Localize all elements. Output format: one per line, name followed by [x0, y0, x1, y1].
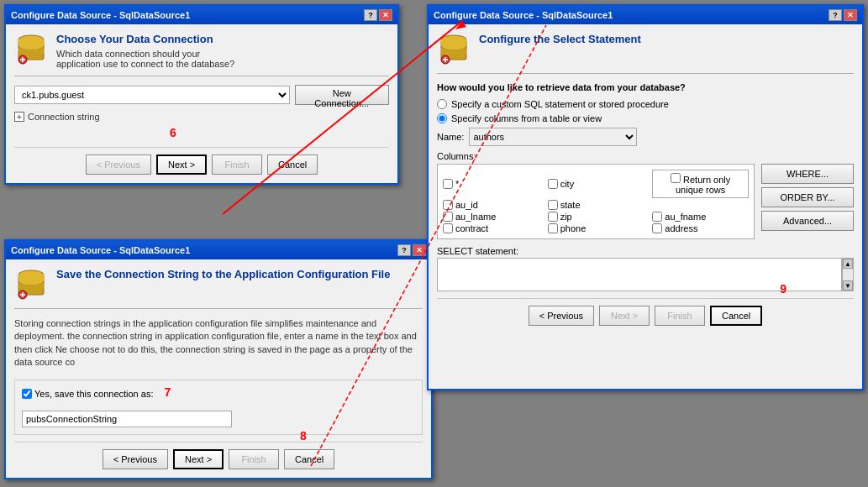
cancel-btn-1[interactable]: Cancel — [267, 154, 318, 175]
check-auid[interactable] — [443, 200, 453, 210]
col-phone: phone — [548, 223, 644, 233]
dialog-header-2: Save the Connection String to the Applic… — [14, 268, 423, 309]
check-aufname[interactable] — [652, 212, 662, 222]
select-label: SELECT statement: — [437, 246, 854, 256]
select-statement-area: SELECT statement: ▲ ▼ — [437, 246, 854, 291]
annotation-6: 6 — [170, 126, 176, 139]
close-btn-3[interactable]: ✕ — [844, 9, 857, 21]
header-text-area-1: Choose Your Data Connection Which data c… — [56, 33, 234, 69]
col-star: * — [443, 170, 539, 198]
window-choose-connection: Configure Data Source - SqlDataSource1 ?… — [4, 4, 399, 185]
where-btn[interactable]: WHERE... — [761, 164, 854, 184]
collapse-icon: + — [14, 112, 24, 122]
check-address[interactable] — [652, 223, 662, 233]
connection-row: ck1.pubs.guest New Connection... — [14, 85, 389, 105]
check-star[interactable] — [443, 179, 453, 189]
save-connection-box: Yes, save this connection as: 7 — [14, 380, 423, 435]
col-aulname: au_lname — [443, 212, 539, 222]
dialog-title-2: Save the Connection String to the Applic… — [56, 268, 390, 280]
connection-string-row[interactable]: + Connection string — [14, 112, 389, 122]
check-contract[interactable] — [443, 223, 453, 233]
annotation-9: 9 — [780, 282, 786, 296]
new-connection-btn[interactable]: New Connection... — [295, 85, 389, 105]
radio-custom-sql[interactable] — [437, 99, 447, 109]
description-text: Storing connection strings in the applic… — [14, 317, 423, 369]
col-address: address — [652, 223, 749, 233]
window2-content: Save the Connection String to the Applic… — [6, 259, 431, 478]
previous-btn-1[interactable]: < Previous — [86, 154, 151, 175]
title-controls-1: ? ✕ — [364, 9, 392, 21]
save-checkbox-row: Yes, save this connection as: 7 — [22, 387, 415, 401]
right-action-buttons: WHERE... ORDER BY... Advanced... — [761, 164, 854, 239]
title-controls-2: ? ✕ — [397, 244, 426, 256]
window-save-connection: Configure Data Source - SqlDataSource1 ?… — [4, 239, 433, 479]
header-text-area-2: Save the Connection String to the Applic… — [56, 268, 390, 284]
radio1-label: Specify a custom SQL statement or stored… — [451, 99, 669, 109]
close-btn-1[interactable]: ✕ — [379, 9, 392, 21]
next-btn-1[interactable]: Next > — [156, 154, 207, 175]
window-select-statement: Configure Data Source - SqlDataSource1 ?… — [427, 4, 864, 390]
return-unique-row[interactable]: Return only unique rows — [652, 170, 749, 198]
title-bar-2: Configure Data Source - SqlDataSource1 ?… — [6, 241, 431, 259]
title-controls-3: ? ✕ — [829, 9, 857, 21]
scroll-down[interactable]: ▼ — [843, 280, 853, 291]
orderby-btn[interactable]: ORDER BY... — [761, 187, 854, 207]
connection-select[interactable]: ck1.pubs.guest — [14, 86, 290, 104]
cancel-btn-2[interactable]: Cancel — [284, 449, 334, 469]
previous-btn-3[interactable]: < Previous — [529, 306, 594, 326]
radio-row-1: Specify a custom SQL statement or stored… — [437, 99, 854, 109]
dialog-header-1: Choose Your Data Connection Which data c… — [14, 33, 389, 76]
close-btn-2[interactable]: ✕ — [413, 244, 426, 256]
cancel-btn-3[interactable]: Cancel — [710, 306, 762, 326]
annotation-8: 8 — [300, 429, 307, 442]
window3-content: Configure the Select Statement How would… — [429, 24, 862, 334]
check-unique[interactable] — [671, 173, 681, 183]
save-checkbox[interactable] — [22, 389, 32, 399]
svg-rect-3 — [18, 39, 44, 46]
name-label: Name: — [437, 132, 464, 142]
help-btn-3[interactable]: ? — [829, 9, 842, 21]
scroll-track — [843, 269, 853, 280]
col-city: city — [548, 170, 644, 198]
button-row-1: < Previous Next > Finish Cancel — [14, 147, 389, 175]
button-row-3: < Previous Next > Finish Cancel 9 — [437, 298, 854, 326]
dialog-title-1: Choose Your Data Connection — [56, 33, 234, 45]
col-contract: contract — [443, 223, 539, 233]
question-text: How would you like to retrieve data from… — [437, 82, 854, 92]
radio2-label: Specify columns from a table or view — [451, 113, 602, 123]
col-state: state — [548, 200, 644, 210]
check-zip[interactable] — [548, 212, 558, 222]
col-auid: au_id — [443, 200, 539, 210]
check-aulname[interactable] — [443, 212, 453, 222]
svg-rect-8 — [18, 275, 44, 281]
name-select[interactable]: authors — [469, 128, 637, 146]
title-text-1: Configure Data Source - SqlDataSource1 — [11, 10, 364, 20]
check-phone[interactable] — [548, 223, 558, 233]
columns-heading: Columns: — [437, 151, 854, 161]
columns-grid: * city Return only unique rows au_id sta… — [443, 170, 749, 233]
dialog-title-3: Configure the Select Statement — [479, 33, 641, 45]
advanced-btn[interactable]: Advanced... — [761, 211, 854, 231]
radio-specify-columns[interactable] — [437, 113, 447, 123]
finish-btn-3[interactable]: Finish — [655, 306, 705, 326]
help-btn-2[interactable]: ? — [397, 244, 411, 256]
columns-area: * city Return only unique rows au_id sta… — [437, 164, 854, 239]
title-bar-1: Configure Data Source - SqlDataSource1 ?… — [6, 6, 397, 24]
scroll-up[interactable]: ▲ — [843, 259, 853, 269]
button-row-2: < Previous Next > Finish Cancel — [14, 442, 423, 469]
db-icon-2 — [14, 268, 48, 301]
db-icon-1 — [14, 33, 48, 66]
col-zip: zip — [548, 212, 644, 222]
dialog-subtitle-1: Which data connection should your applic… — [56, 49, 234, 69]
radio-row-2: Specify columns from a table or view — [437, 113, 854, 123]
next-btn-2[interactable]: Next > — [173, 449, 224, 469]
finish-btn-2[interactable]: Finish — [229, 449, 279, 469]
check-city[interactable] — [548, 179, 558, 189]
next-btn-3[interactable]: Next > — [599, 306, 650, 326]
check-state[interactable] — [548, 200, 558, 210]
help-btn-1[interactable]: ? — [364, 9, 377, 21]
dialog-header-3: Configure the Select Statement — [437, 33, 854, 74]
previous-btn-2[interactable]: < Previous — [103, 449, 168, 469]
finish-btn-1[interactable]: Finish — [212, 154, 262, 175]
connection-name-input[interactable] — [22, 411, 232, 427]
